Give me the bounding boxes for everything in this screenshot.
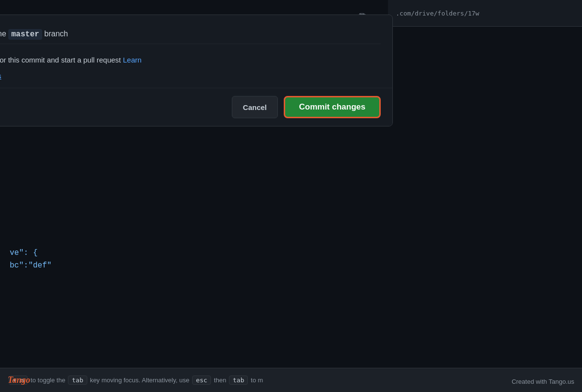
branch-prefix: ne [0,30,8,38]
bottom-text-1: to toggle the [31,376,67,384]
code-key-1: ve": { [10,249,38,257]
code-key-2: bc":"def" [10,261,51,270]
bottom-bar-text: + m to toggle the tab key moving focus. … [8,376,263,385]
pr-text: for this commit and start a pull request [0,56,121,64]
code-line-1: ve": { [10,247,436,260]
tango-credit: Created with Tango.us [512,378,574,385]
bottom-text-3: then [214,376,228,384]
bottom-bar: + m to toggle the tab key moving focus. … [0,368,582,392]
modal-body: ne master branch for this commit and sta… [0,15,392,88]
code-area: ve": { bc":"def" [0,237,436,272]
pr-line: for this commit and start a pull request… [0,52,381,68]
tab-badge-1: tab [68,376,87,385]
bottom-text-4: to m [251,376,263,384]
code-line-2: bc":"def" [10,260,436,272]
url-text: .com/drive/folders/17w [396,10,479,17]
commit-dialog: ne master branch for this commit and sta… [0,15,393,126]
commit-changes-button[interactable]: Commit changes [284,96,381,118]
tab-badge-2: tab [229,376,248,385]
url-bar: .com/drive/folders/17w [388,0,582,27]
branch-line: ne master branch [0,25,381,44]
branch-suffix: branch [42,30,68,38]
branch-name: master [8,29,42,40]
more-link[interactable]: s [0,72,381,80]
right-panel [398,0,582,392]
bottom-text-2: key moving focus. Alternatively, use [90,376,191,384]
tango-logo: Tango [8,375,30,385]
modal-footer: Cancel Commit changes [0,88,392,126]
learn-link[interactable]: Learn [123,56,141,64]
cancel-button[interactable]: Cancel [232,96,278,118]
esc-badge: esc [192,376,211,385]
